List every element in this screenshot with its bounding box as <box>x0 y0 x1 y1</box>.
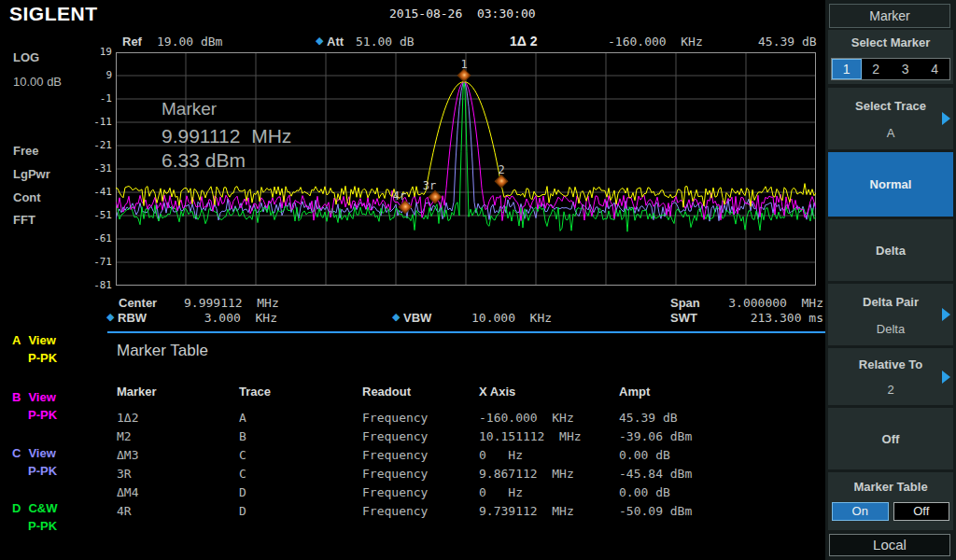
y-axis-tick: 19 <box>78 46 112 58</box>
marker-table-toggle-options: OnOff <box>832 502 949 521</box>
trace-legend-B: BView <box>12 390 56 404</box>
select-trace-button[interactable]: Select Trace A <box>828 88 953 149</box>
span-label: Span <box>670 296 700 310</box>
marker-table-title: Marker Table <box>117 342 208 360</box>
marker-table-cell: Frequency <box>362 448 428 462</box>
y-axis-tick: -51 <box>78 209 112 221</box>
span-value: 3.000000 MHz <box>706 296 823 310</box>
marker-table-on-option[interactable]: On <box>832 502 889 521</box>
y-axis-tick: -71 <box>78 256 112 268</box>
trace-mode: View <box>28 390 55 404</box>
marker-table-cell: 0.00 dB <box>619 485 670 499</box>
marker-table-cell: -45.84 dBm <box>619 467 692 481</box>
marker-1[interactable] <box>457 69 471 82</box>
softkey-menu: Marker Select Marker 1234 Select Trace A… <box>825 0 956 560</box>
y-axis-tick: -21 <box>78 139 112 151</box>
ref-label: Ref <box>122 35 142 49</box>
swt-value: 213.300 ms <box>706 311 823 325</box>
marker-table-cell: Frequency <box>362 429 428 443</box>
submenu-arrow-icon <box>942 308 950 321</box>
att-label: Att <box>327 35 344 49</box>
vbw-value: 10.000 KHz <box>471 311 552 325</box>
top-bar: SIGLENT 2015-08-26 03:30:00 <box>0 0 825 26</box>
marker-table-cell: Frequency <box>362 411 428 425</box>
trace-mode: View <box>28 446 55 460</box>
trace-letter: C <box>12 446 21 460</box>
trace-mode: View <box>28 333 55 347</box>
y-axis-tick: -41 <box>78 186 112 198</box>
marker-table-header: Marker <box>117 385 157 399</box>
marker-table-cell: -50.09 dBm <box>619 504 692 518</box>
marker-table-cell: A <box>239 411 246 425</box>
marker-label-1: 1 <box>460 58 467 71</box>
marker-table-cell: B <box>239 429 246 443</box>
y-axis-tick: -81 <box>78 279 112 291</box>
marker-table-off-option[interactable]: Off <box>893 502 950 521</box>
marker-table-cell: Frequency <box>362 485 428 499</box>
delta-mode-button[interactable]: Delta <box>828 219 953 281</box>
status-free: Free <box>13 144 38 158</box>
marker-readout-title: Marker <box>162 99 217 119</box>
delta-pair-value: Delta <box>828 322 953 336</box>
select-marker-option-3[interactable]: 3 <box>891 59 921 79</box>
marker-table-cell: 0.00 dB <box>619 448 670 462</box>
select-marker-option-1[interactable]: 1 <box>832 59 862 79</box>
trace-detector: P-PK <box>28 351 57 365</box>
delta-mode-label: Delta <box>876 244 906 258</box>
marker-table-cell: M2 <box>117 429 132 443</box>
marker-label-3r: 3r <box>423 179 436 192</box>
marker-label-2: 2 <box>498 163 504 176</box>
select-marker-option-4[interactable]: 4 <box>921 59 950 79</box>
status-cont: Cont <box>13 190 41 204</box>
marker-table-cell: Frequency <box>362 504 428 518</box>
trace-letter: D <box>12 501 21 515</box>
marker-table-cell: 10.151112 MHz <box>479 429 582 443</box>
center-freq-value: 9.999112 MHz <box>184 296 277 310</box>
normal-mode-button[interactable]: Normal <box>828 152 953 217</box>
marker-readout-freq: 9.991112 MHz <box>162 125 291 147</box>
center-freq-label: Center <box>119 296 157 310</box>
marker-table-cell: 9.739112 MHz <box>479 504 574 518</box>
att-value: 51.00 dB <box>356 35 415 49</box>
select-marker-option-2[interactable]: 2 <box>862 59 892 79</box>
marker-table-cell: 9.867112 MHz <box>479 467 574 481</box>
menu-title: Marker <box>829 4 950 28</box>
delta-pair-button[interactable]: Delta Pair Delta <box>828 284 953 345</box>
marker-table-header: Ampt <box>619 385 650 399</box>
y-axis-tick: -61 <box>78 232 112 245</box>
log-scale-value: 10.00 dB <box>13 75 62 89</box>
marker-table-cell: 0 Hz <box>479 485 523 499</box>
marker-table-cell: -160.000 KHz <box>479 411 574 425</box>
marker-table-cell: C <box>239 467 246 481</box>
vbw-label: VBW <box>403 311 431 325</box>
marker-table-header: Trace <box>239 385 271 399</box>
vbw-diamond-icon: ◆ <box>392 312 400 322</box>
delta-marker-id: 1Δ 2 <box>510 34 538 49</box>
marker-table-cell: C <box>239 448 246 462</box>
marker-table-toggle-label: Marker Table <box>828 480 953 494</box>
rbw-diamond-icon: ◆ <box>106 312 114 322</box>
trace-legend-A: AView <box>12 333 56 347</box>
relative-to-button[interactable]: Relative To 2 <box>828 348 953 405</box>
marker-table-cell: ΔM3 <box>117 448 138 462</box>
marker-off-button[interactable]: Off <box>828 408 953 469</box>
select-trace-value: A <box>828 126 953 140</box>
marker-table-header: Readout <box>362 385 411 399</box>
log-scale-label: LOG <box>13 50 39 64</box>
att-diamond-icon: ◆ <box>316 35 323 46</box>
submenu-arrow-icon <box>942 112 950 125</box>
ref-value: 19.00 dBm <box>157 35 222 49</box>
marker-table-cell: 0 Hz <box>479 448 523 462</box>
select-marker-button[interactable]: Select Marker 1234 <box>828 30 953 84</box>
spectrum-plot-area: 123r4r Marker 9.991112 MHz 6.33 dBm <box>116 52 816 286</box>
marker-table-toggle-button[interactable]: Marker Table OnOff <box>828 472 953 530</box>
rbw-value: 3.000 KHz <box>184 311 277 325</box>
marker-readout-ampl: 6.33 dBm <box>162 149 246 172</box>
delta-marker-freq: -160.000 KHz <box>608 35 703 49</box>
marker-2[interactable] <box>495 175 508 188</box>
marker-table-cell: Frequency <box>362 467 428 481</box>
y-axis-tick: -1 <box>78 92 112 105</box>
delta-pair-label: Delta Pair <box>828 295 953 309</box>
submenu-arrow-icon <box>942 371 950 384</box>
local-button[interactable]: Local <box>829 534 950 556</box>
